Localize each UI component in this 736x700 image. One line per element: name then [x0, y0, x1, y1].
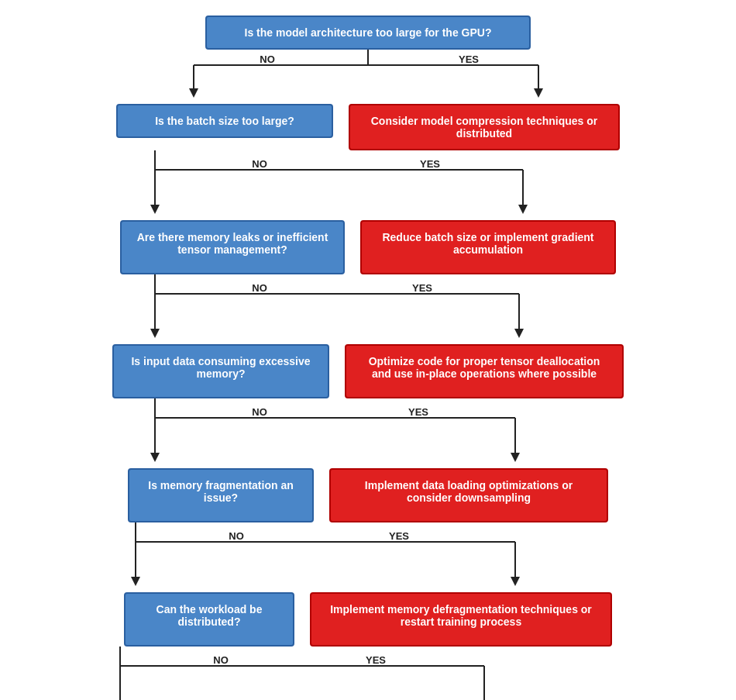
svg-text:YES: YES	[366, 654, 386, 666]
root-node: Is the model architecture too large for …	[205, 16, 531, 50]
svg-marker-21	[150, 329, 160, 338]
svg-marker-38	[511, 577, 520, 586]
row-2: Are there memory leaks or inefficient te…	[19, 220, 717, 274]
svg-text:NO: NO	[252, 158, 267, 170]
q3-left-node: Is input data consuming excessive memory…	[112, 344, 329, 398]
svg-text:NO: NO	[252, 282, 267, 294]
row-4: Is memory fragmentation an issue? Implem…	[19, 468, 717, 522]
svg-text:NO: NO	[260, 53, 275, 65]
connector-row1-row2: NO YES	[19, 150, 717, 220]
svg-text:YES: YES	[459, 53, 479, 65]
svg-marker-6	[534, 88, 543, 98]
svg-marker-30	[511, 453, 520, 462]
q5-right-node: Implement memory defragmentation techniq…	[310, 592, 612, 647]
connector-row3-row4: NO YES	[19, 398, 717, 468]
flowchart: Is the model architecture too large for …	[19, 16, 717, 700]
q2-right-node: Reduce batch size or implement gradient …	[360, 220, 616, 274]
svg-marker-14	[518, 205, 528, 214]
row-5: Can the workload be distributed? Impleme…	[19, 592, 717, 647]
row-3: Is input data consuming excessive memory…	[19, 344, 717, 398]
svg-text:YES: YES	[389, 530, 409, 542]
svg-marker-13	[150, 205, 160, 214]
q3-right-node: Optimize code for proper tensor dealloca…	[345, 344, 624, 398]
svg-text:NO: NO	[213, 654, 229, 666]
svg-text:NO: NO	[252, 406, 267, 418]
connector-root-row1: NO YES	[19, 50, 717, 104]
svg-marker-29	[150, 453, 160, 462]
svg-marker-5	[189, 88, 198, 98]
row-1: Is the batch size too large? Consider mo…	[19, 104, 717, 150]
svg-marker-37	[131, 577, 140, 586]
connector-row4-row5: NO YES	[19, 522, 717, 592]
q1-right-node: Consider model compression techniques or…	[349, 104, 620, 150]
svg-text:YES: YES	[408, 406, 428, 418]
q5-left-node: Can the workload be distributed?	[124, 592, 294, 647]
q4-right-node: Implement data loading optimizations or …	[329, 468, 608, 522]
q4-left-node: Is memory fragmentation an issue?	[128, 468, 314, 522]
q1-left-node: Is the batch size too large?	[116, 104, 333, 138]
connector-row2-row3: NO YES	[19, 274, 717, 344]
svg-text:NO: NO	[229, 530, 244, 542]
q2-left-node: Are there memory leaks or inefficient te…	[120, 220, 345, 274]
connector-row5-row6: NO YES	[19, 647, 717, 700]
svg-text:YES: YES	[420, 158, 440, 170]
svg-marker-22	[514, 329, 524, 338]
svg-text:YES: YES	[412, 282, 432, 294]
